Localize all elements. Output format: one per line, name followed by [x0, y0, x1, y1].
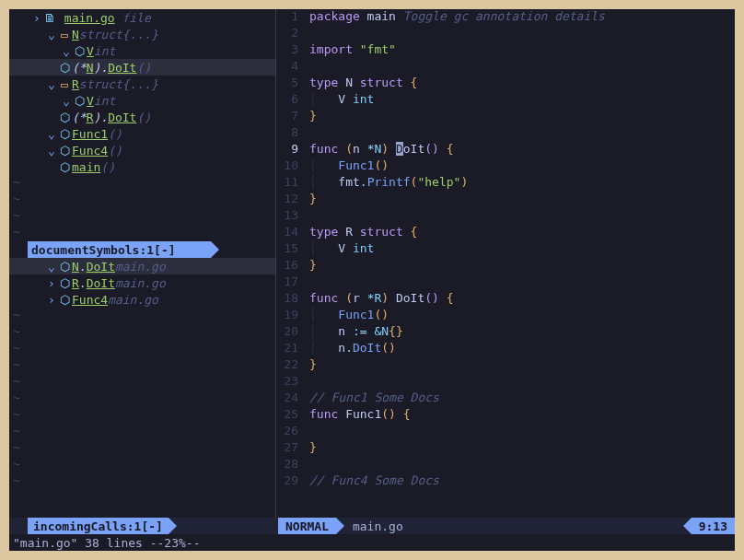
- symbol-name: N: [72, 28, 79, 41]
- expand-icon: ⌄: [61, 94, 72, 108]
- filler-tilde: ~: [9, 175, 275, 192]
- code-line[interactable]: }: [309, 192, 735, 208]
- mode-badge: NORMAL: [278, 518, 336, 534]
- incoming-calls-heading: incomingCalls:1[-]: [28, 518, 169, 534]
- outline-item[interactable]: ⌄▭ N struct{...}: [9, 26, 275, 42]
- symbol-icon: ⬡: [57, 144, 72, 158]
- symbol-icon: ▭: [57, 28, 72, 41]
- code-line[interactable]: func Func1() {: [309, 407, 735, 424]
- outline-item[interactable]: ⬡ (*R).DoIt (): [9, 109, 275, 125]
- expand-icon: ⌄: [46, 127, 57, 141]
- line-number: 15: [276, 241, 298, 258]
- call-item[interactable]: ›⬡ R.DoIt main.go: [9, 274, 275, 291]
- outline-item[interactable]: ⌄⬡ Func1 (): [9, 125, 275, 142]
- code-line[interactable]: }: [309, 357, 735, 374]
- filler-tilde: ~: [9, 424, 275, 440]
- outline-item[interactable]: ⌄⬡ V int: [9, 92, 275, 109]
- line-number: 3: [276, 42, 298, 59]
- filler-tilde: ~: [9, 407, 275, 424]
- symbol-icon: ⬡: [57, 61, 72, 75]
- sidebar[interactable]: › 🗎 main.go file ⌄▭ N struct{...}⌄⬡ V in…: [9, 9, 276, 518]
- code-line[interactable]: // Func1 Some Docs: [309, 391, 735, 407]
- code-line[interactable]: }: [309, 258, 735, 274]
- code-editor[interactable]: 1234567891011121314151617181920212223242…: [276, 9, 735, 518]
- symbol-icon: ▭: [57, 77, 72, 91]
- line-number: 27: [276, 440, 298, 457]
- code-line[interactable]: import "fmt": [309, 42, 735, 59]
- line-number: 1: [276, 9, 298, 26]
- status-line: incomingCalls:1[-] NORMAL main.go 9:13: [9, 518, 735, 534]
- text-cursor: D: [396, 142, 403, 156]
- code-line[interactable]: [309, 374, 735, 391]
- line-number: 16: [276, 258, 298, 274]
- symbol-name: Func1: [72, 127, 108, 141]
- code-line[interactable]: [309, 208, 735, 225]
- code-line[interactable]: func (n *N) DoIt() {: [309, 142, 735, 158]
- code-line[interactable]: │ fmt.Printf("help"): [309, 175, 735, 192]
- code-line[interactable]: }: [309, 109, 735, 125]
- expand-icon: ⌄: [46, 144, 57, 158]
- file-icon: 🗎: [42, 11, 57, 25]
- code-line[interactable]: [309, 457, 735, 473]
- symbol-icon: ⬡: [57, 260, 72, 274]
- file-name: main.go: [64, 11, 115, 25]
- outline-item[interactable]: ⬡ (*N).DoIt (): [9, 59, 275, 76]
- line-number: 11: [276, 175, 298, 192]
- filler-tilde: ~: [9, 192, 275, 208]
- call-item[interactable]: ›⬡ Func4 main.go: [9, 291, 275, 308]
- line-number: 26: [276, 424, 298, 440]
- line-number: 10: [276, 158, 298, 175]
- line-number: 21: [276, 341, 298, 357]
- outline-item[interactable]: ⬡ main (): [9, 158, 275, 175]
- code-line[interactable]: type N struct {: [309, 76, 735, 92]
- symbol-name: V: [87, 44, 94, 58]
- filler-tilde: ~: [9, 324, 275, 341]
- code-line[interactable]: [309, 274, 735, 291]
- code-line[interactable]: │ V int: [309, 92, 735, 109]
- code-line[interactable]: │ n.DoIt(): [309, 341, 735, 357]
- status-filename: main.go: [336, 519, 403, 533]
- line-number: 25: [276, 407, 298, 424]
- outline-pane: › 🗎 main.go file ⌄▭ N struct{...}⌄⬡ V in…: [9, 9, 275, 490]
- symbol-icon: ⬡: [72, 94, 87, 108]
- code-line[interactable]: [309, 26, 735, 42]
- code-line[interactable]: [309, 424, 735, 440]
- terminal-window: › 🗎 main.go file ⌄▭ N struct{...}⌄⬡ V in…: [9, 9, 735, 551]
- code-line[interactable]: func (r *R) DoIt() {: [309, 291, 735, 308]
- line-number: 14: [276, 225, 298, 241]
- code-line[interactable]: │ Func1(): [309, 158, 735, 175]
- code-line[interactable]: package main Toggle gc annotation detail…: [309, 9, 735, 26]
- symbol-name: DoIt: [108, 111, 136, 124]
- document-symbols-heading: documentSymbols:1[-]: [28, 241, 211, 258]
- symbol-name: Func4: [72, 293, 108, 307]
- expand-icon: ›: [46, 293, 57, 307]
- symbol-file: main.go: [108, 293, 158, 307]
- expand-icon: [46, 160, 57, 174]
- line-number: 8: [276, 125, 298, 142]
- code-line[interactable]: │ V int: [309, 241, 735, 258]
- code-line[interactable]: // Func4 Some Docs: [309, 473, 735, 490]
- outline-item[interactable]: ⌄⬡ Func4 (): [9, 142, 275, 158]
- outline-file-row[interactable]: › 🗎 main.go file: [9, 9, 275, 26]
- code-line[interactable]: │ n := &N{}: [309, 324, 735, 341]
- line-number: 18: [276, 291, 298, 308]
- chevron-right-icon: ›: [31, 11, 42, 25]
- code-line[interactable]: │ Func1(): [309, 308, 735, 324]
- filler-tilde: ~: [9, 457, 275, 473]
- outline-item[interactable]: ⌄▭ R struct{...}: [9, 76, 275, 92]
- code-line[interactable]: [309, 59, 735, 76]
- filler-tilde: ~: [9, 391, 275, 407]
- code-line[interactable]: [309, 125, 735, 142]
- expand-icon: [46, 111, 57, 124]
- code-line[interactable]: }: [309, 440, 735, 457]
- filler-tilde: ~: [9, 357, 275, 374]
- line-number: 24: [276, 391, 298, 407]
- filler-tilde: ~: [9, 473, 275, 490]
- call-item[interactable]: ⌄⬡ N.DoIt main.go: [9, 258, 275, 274]
- symbol-file: main.go: [115, 260, 166, 274]
- symbol-name: DoIt: [87, 276, 115, 290]
- expand-icon: ⌄: [46, 28, 57, 41]
- code-content[interactable]: package main Toggle gc annotation detail…: [304, 9, 735, 518]
- outline-item[interactable]: ⌄⬡ V int: [9, 42, 275, 59]
- code-line[interactable]: type R struct {: [309, 225, 735, 241]
